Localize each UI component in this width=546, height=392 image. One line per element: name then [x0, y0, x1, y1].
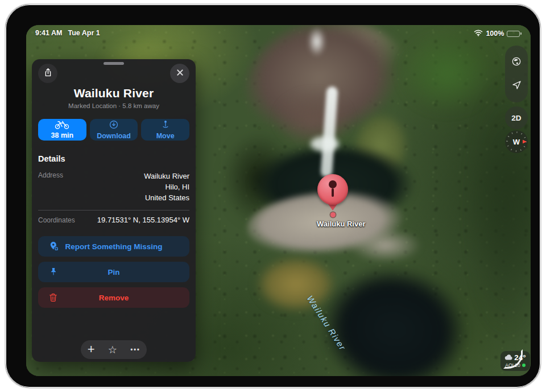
- view-mode-2d-button[interactable]: 2D: [505, 106, 528, 129]
- address-value: Wailuku River Hilo, HI United States: [144, 171, 189, 203]
- add-button[interactable]: +: [88, 343, 95, 356]
- download-icon: [109, 119, 119, 131]
- card-toolbar: + ☆ •••: [81, 340, 147, 359]
- card-actions-row: 38 min Download Move: [38, 119, 189, 141]
- card-grab-handle[interactable]: [104, 62, 124, 65]
- date: Tue Apr 1: [68, 29, 100, 37]
- trash-icon: [48, 293, 58, 303]
- maps-app-screen: Wailuku River 9:41 AM Tue Apr 1 100%: [26, 25, 531, 376]
- close-icon: [176, 68, 184, 79]
- place-subtitle: Marked Location · 5.8 km away: [38, 102, 189, 109]
- aqi-status-dot: [522, 364, 526, 367]
- download-label: Download: [97, 132, 131, 140]
- details-heading: Details: [38, 154, 189, 163]
- move-button[interactable]: Move: [141, 119, 189, 141]
- pin-label: Wailuku River: [317, 220, 349, 228]
- move-label: Move: [156, 132, 175, 140]
- compass-icon: W: [505, 130, 528, 153]
- route-time-label: 38 min: [51, 131, 74, 139]
- wifi-icon: [474, 29, 483, 38]
- share-icon: [43, 67, 53, 80]
- favorite-star-button[interactable]: ☆: [108, 345, 117, 355]
- globe-3d-button[interactable]: [511, 56, 522, 69]
- address-row: Address Wailuku River Hilo, HI United St…: [38, 171, 189, 203]
- status-bar-left: 9:41 AM Tue Apr 1: [35, 29, 100, 37]
- globe-icon: [511, 56, 522, 69]
- place-card: Wailuku River Marked Location · 5.8 km a…: [32, 59, 196, 362]
- battery-icon: [507, 31, 522, 37]
- report-missing-label: Report Something Missing: [65, 242, 162, 251]
- coordinates-row: Coordinates 19.71531° N, 155.13954° W: [38, 216, 189, 224]
- marked-location-pin[interactable]: Wailuku River: [317, 174, 349, 228]
- current-location-button[interactable]: [511, 80, 522, 92]
- battery-percent: 100%: [486, 30, 504, 38]
- pin-button[interactable]: Pin: [38, 262, 189, 282]
- coordinates-value: 19.71531° N, 155.13954° W: [97, 216, 189, 224]
- ipad-device-frame: Wailuku River 9:41 AM Tue Apr 1 100%: [5, 3, 541, 389]
- pin-balloon[interactable]: [317, 174, 348, 205]
- map-controls-pill: [505, 46, 528, 102]
- gravel-spit: [342, 225, 428, 265]
- report-pin-plus-icon: [48, 241, 60, 252]
- address-label: Address: [38, 171, 63, 203]
- directions-cycling-button[interactable]: 38 min: [38, 119, 86, 141]
- coordinates-label: Coordinates: [38, 216, 75, 224]
- pin-label-text: Pin: [107, 268, 119, 277]
- pushpin-icon: [48, 267, 59, 277]
- share-button[interactable]: [38, 64, 57, 83]
- pin-anchor-dot: [330, 212, 336, 217]
- place-title: Wailuku River: [38, 86, 189, 100]
- location-arrow-icon: [511, 80, 522, 92]
- download-button[interactable]: Download: [90, 119, 138, 141]
- pin-glyph-icon: [329, 180, 337, 188]
- remove-label: Remove: [99, 294, 129, 302]
- bicycle-icon: [54, 121, 70, 131]
- report-missing-button[interactable]: Report Something Missing: [38, 236, 189, 257]
- move-pin-icon: [160, 119, 171, 131]
- clock: 9:41 AM: [35, 29, 62, 37]
- waterfall-splash: [311, 137, 339, 151]
- compass-heading: W: [513, 138, 520, 146]
- close-card-button[interactable]: [170, 64, 189, 83]
- more-options-button[interactable]: •••: [130, 346, 140, 353]
- status-bar-right: 100%: [474, 29, 522, 38]
- remove-button[interactable]: Remove: [38, 287, 189, 308]
- compass-button[interactable]: W: [505, 130, 528, 153]
- details-divider: [38, 210, 189, 211]
